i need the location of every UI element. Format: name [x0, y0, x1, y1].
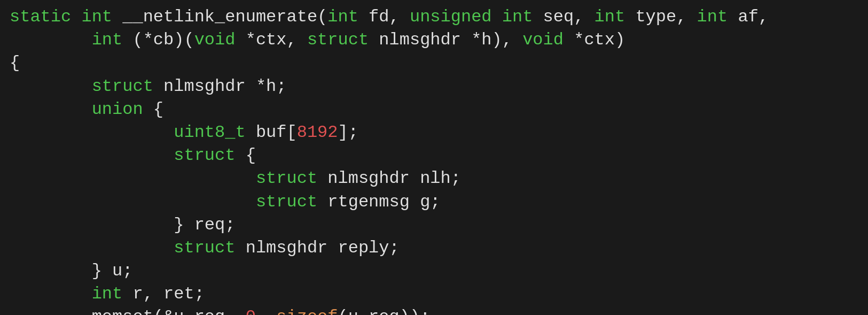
code-token: ,	[256, 307, 276, 315]
code-line: } req;	[10, 213, 858, 236]
code-token: void	[194, 30, 236, 50]
code-token: struct	[256, 168, 317, 188]
code-line: struct nlmsghdr reply;	[10, 236, 858, 259]
code-token: union	[92, 99, 143, 119]
code-token: 8192	[297, 122, 338, 142]
code-token: nlmsghdr *h;	[153, 76, 287, 96]
code-line: {	[10, 51, 858, 74]
code-token	[10, 215, 174, 235]
code-line: struct {	[10, 144, 858, 167]
code-token: fd,	[358, 7, 410, 27]
code-token: seq,	[533, 7, 594, 27]
code-token: rtgenmsg g;	[317, 192, 440, 212]
code-token	[10, 192, 256, 212]
code-token: memset(&u.req,	[10, 307, 246, 315]
code-token: struct	[92, 76, 153, 96]
code-line: union {	[10, 98, 858, 121]
code-token	[10, 76, 92, 96]
code-line: uint8_t buf[8192];	[10, 121, 858, 144]
code-token	[10, 30, 92, 50]
code-token: struct	[307, 30, 369, 50]
code-token: unsigned	[410, 7, 492, 27]
code-line: memset(&u.req, 0, sizeof(u.req));	[10, 305, 858, 315]
code-token: type,	[625, 7, 697, 27]
code-token: int	[327, 7, 358, 27]
code-token: uint8_t	[174, 122, 245, 142]
code-token: (u.req));	[338, 307, 431, 315]
code-line: static int __netlink_enumerate(int fd, u…	[10, 5, 858, 28]
code-token	[10, 238, 174, 258]
code-token: void	[522, 30, 564, 50]
code-token	[10, 168, 256, 188]
code-token: __netlink_enumerate(	[112, 7, 327, 27]
code-token: {	[143, 99, 163, 119]
code-token: 0	[246, 307, 256, 315]
code-token: {	[10, 53, 20, 73]
code-token: int	[595, 7, 625, 27]
code-token: int	[81, 7, 112, 27]
code-token: (*cb)(	[122, 30, 194, 50]
code-token: } req;	[174, 215, 235, 235]
code-line: struct rtgenmsg g;	[10, 190, 858, 213]
code-token: {	[235, 145, 255, 165]
code-token: *ctx,	[235, 30, 307, 50]
code-token: af,	[728, 7, 769, 27]
code-token: struct	[256, 192, 317, 212]
code-token	[10, 284, 92, 304]
code-token: ];	[338, 122, 358, 142]
code-token: int	[92, 30, 123, 50]
code-token: r, ret;	[122, 284, 205, 304]
code-line: struct nlmsghdr *h;	[10, 75, 858, 98]
code-token	[492, 7, 502, 27]
code-token: int	[92, 284, 123, 304]
code-token: *ctx)	[564, 30, 625, 50]
code-token: buf[	[246, 122, 297, 142]
code-token: nlmsghdr reply;	[235, 238, 399, 258]
code-line: } u;	[10, 259, 858, 282]
code-line: int (*cb)(void *ctx, struct nlmsghdr *h)…	[10, 28, 858, 51]
code-token	[10, 145, 174, 165]
code-token	[10, 99, 92, 119]
code-line: struct nlmsghdr nlh;	[10, 167, 858, 190]
code-token: int	[697, 7, 728, 27]
code-editor: static int __netlink_enumerate(int fd, u…	[0, 0, 868, 315]
code-token	[10, 122, 174, 142]
code-token: nlmsghdr nlh;	[317, 168, 461, 188]
code-token: struct	[174, 238, 235, 258]
code-line: int r, ret;	[10, 282, 858, 305]
code-token: nlmsghdr *h),	[369, 30, 522, 50]
code-token: sizeof	[276, 307, 338, 315]
code-token: struct	[174, 145, 235, 165]
code-token: static	[10, 7, 81, 27]
code-token: int	[502, 7, 533, 27]
code-token: } u;	[10, 261, 132, 281]
